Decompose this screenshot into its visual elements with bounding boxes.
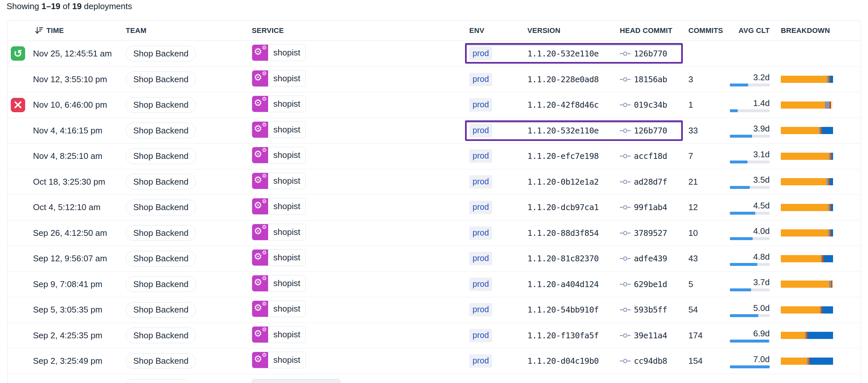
service-pill[interactable]: ⚙⚙ shopist	[252, 96, 306, 112]
service-pill[interactable]: ⚙⚙ shopist	[252, 275, 306, 292]
team-pill[interactable]: Shop Backend	[126, 148, 196, 164]
avg-clt-value: 3.2d	[753, 72, 770, 82]
service-pill[interactable]: ⚙⚙ shopist	[252, 121, 306, 138]
table-row[interactable]: ↺ Nov 25, 12:45:51 am Shop Backend ⚙⚙ sh…	[7, 41, 861, 67]
commit-icon	[620, 128, 630, 134]
column-header-head-commit[interactable]: HEAD COMMIT	[620, 27, 688, 35]
head-commit-sha[interactable]: 019c34b	[634, 100, 667, 110]
service-pill[interactable]: ⚙⚙ shopist	[252, 224, 306, 240]
table-row[interactable]: × Nov 10, 6:46:00 pm Shop Backend ⚙⚙ sho…	[7, 92, 861, 118]
head-commit-sha[interactable]: 18156ab	[634, 75, 667, 84]
head-commit-sha[interactable]: 126b770	[634, 49, 667, 59]
env-tag[interactable]: prod	[469, 201, 492, 214]
env-tag[interactable]: prod	[469, 329, 492, 342]
commit-count: 154	[688, 356, 730, 366]
head-commit-sha[interactable]: 99f1ab4	[634, 203, 667, 212]
column-header-avg-clt[interactable]: AVG CLT	[730, 27, 776, 35]
service-pill[interactable]: ⚙⚙ shopist	[252, 173, 306, 189]
table-header-row: TIME TEAM SERVICE ENV VERSION HEAD COMMI…	[7, 21, 861, 41]
deployment-time: Oct 18, 3:25:30 pm	[33, 177, 126, 187]
table-row[interactable]: Sep 9, 7:08:41 pm Shop Backend ⚙⚙ shopis…	[7, 271, 861, 297]
team-pill[interactable]: Shop Backend	[126, 327, 196, 343]
env-tag[interactable]: prod	[469, 303, 492, 316]
head-commit-sha[interactable]: 39e11a4	[634, 331, 667, 340]
version-label: 1.1.20-f130fa5f	[527, 331, 598, 340]
service-pill[interactable]: ⚙⚙ shopist	[252, 147, 306, 164]
head-commit-sha[interactable]: 126b770	[634, 126, 667, 135]
head-commit-sha[interactable]: ad28d7f	[634, 177, 667, 186]
service-pill[interactable]: ⚙⚙ shopist	[252, 301, 306, 317]
breakdown-bar	[781, 153, 833, 160]
table-row[interactable]: Nov 4, 8:25:10 am Shop Backend ⚙⚙ shopis…	[7, 143, 861, 169]
team-pill[interactable]: Shop Backend	[126, 123, 196, 138]
column-header-team[interactable]: TEAM	[126, 27, 252, 35]
avg-clt-fill	[730, 135, 752, 138]
team-pill[interactable]: Shop Backend	[126, 97, 196, 113]
commit-count: 43	[688, 253, 730, 264]
team-pill[interactable]: Shop Backend	[126, 71, 196, 87]
deployment-time: Sep 9, 7:08:41 pm	[33, 279, 126, 289]
env-tag[interactable]: prod	[469, 227, 492, 240]
deployment-time: Sep 2, 4:25:35 pm	[33, 330, 126, 341]
table-row[interactable]: Oct 4, 5:12:10 am Shop Backend ⚙⚙ shopis…	[7, 195, 861, 220]
team-pill[interactable]: Shop Backend	[126, 353, 196, 369]
breakdown-bar	[781, 204, 833, 211]
team-pill[interactable]: Shop Backend	[126, 46, 196, 61]
service-pill[interactable]: ⚙⚙ shopist	[252, 198, 306, 215]
head-commit-sha[interactable]: 593b5ff	[634, 305, 667, 314]
table-row[interactable]: Oct 18, 3:25:30 pm Shop Backend ⚙⚙ shopi…	[7, 169, 861, 195]
table-row[interactable]: Sep 26, 4:12:50 am Shop Backend ⚙⚙ shopi…	[7, 220, 861, 246]
version-label: 1.1.20-d04c19b0	[527, 356, 598, 366]
column-header-commits[interactable]: COMMITS	[688, 27, 730, 35]
head-commit-sha[interactable]: accf18d	[634, 151, 667, 161]
env-tag[interactable]: prod	[469, 252, 492, 265]
team-pill[interactable]: Shop Backend	[126, 251, 196, 267]
env-tag[interactable]: prod	[469, 73, 492, 86]
team-pill[interactable]: Shop Backend	[126, 200, 196, 215]
env-tag[interactable]: prod	[469, 278, 492, 291]
avg-clt-bar	[730, 161, 770, 164]
version-label: 1.1.20-a404d124	[527, 280, 598, 289]
avg-clt-fill	[730, 161, 747, 164]
table-row[interactable]: Sep 12, 9:56:07 am Shop Backend ⚙⚙ shopi…	[7, 246, 861, 271]
team-pill[interactable]: Shop Backend	[126, 302, 196, 318]
service-pill[interactable]: ⚙⚙ shopist	[252, 352, 306, 368]
table-row[interactable]: Sep 2, 4:25:35 pm Shop Backend ⚙⚙ shopis…	[7, 323, 861, 348]
partial-row[interactable]	[7, 374, 861, 383]
env-tag[interactable]: prod	[469, 47, 492, 60]
avg-clt-fill	[730, 288, 751, 291]
table-row[interactable]: Nov 12, 3:55:10 pm Shop Backend ⚙⚙ shopi…	[7, 67, 861, 92]
avg-clt-fill	[730, 314, 758, 317]
team-pill[interactable]: Shop Backend	[126, 276, 196, 292]
env-tag[interactable]: prod	[469, 98, 492, 112]
env-tag[interactable]: prod	[469, 175, 492, 188]
sort-descending-icon[interactable]	[35, 26, 43, 35]
service-pill[interactable]: ⚙⚙ shopist	[252, 70, 306, 87]
commit-icon	[620, 255, 630, 262]
head-commit-sha[interactable]: adfe439	[634, 254, 667, 263]
env-tag[interactable]: prod	[469, 149, 492, 163]
breakdown-bar	[781, 101, 833, 109]
head-commit-sha[interactable]: cc94db8	[634, 356, 667, 366]
breakdown-segment-orange	[781, 332, 805, 339]
env-tag[interactable]: prod	[469, 124, 492, 137]
env-tag[interactable]: prod	[469, 354, 492, 368]
table-row[interactable]: Sep 5, 3:05:35 pm Shop Backend ⚙⚙ shopis…	[7, 297, 861, 323]
column-header-time[interactable]: TIME	[33, 26, 126, 35]
column-header-breakdown[interactable]: BREAKDOWN	[776, 27, 834, 35]
service-pill[interactable]: ⚙⚙ shopist	[252, 249, 306, 266]
commit-icon	[620, 333, 630, 339]
column-header-service[interactable]: SERVICE	[252, 27, 469, 35]
table-row[interactable]: Sep 2, 3:25:49 pm Shop Backend ⚙⚙ shopis…	[7, 348, 861, 374]
service-pill[interactable]: ⚙⚙ shopist	[252, 44, 306, 61]
head-commit-sha[interactable]: 629be1d	[634, 280, 667, 289]
team-pill[interactable]: Shop Backend	[126, 225, 196, 241]
deployment-time: Nov 25, 12:45:51 am	[33, 48, 126, 59]
column-header-version[interactable]: VERSION	[527, 27, 620, 35]
table-body: ↺ Nov 25, 12:45:51 am Shop Backend ⚙⚙ sh…	[7, 41, 861, 383]
table-row[interactable]: Nov 4, 4:16:15 pm Shop Backend ⚙⚙ shopis…	[7, 118, 861, 144]
column-header-env[interactable]: ENV	[469, 27, 527, 35]
head-commit-sha[interactable]: 3789527	[634, 229, 667, 238]
team-pill[interactable]: Shop Backend	[126, 174, 196, 189]
service-pill[interactable]: ⚙⚙ shopist	[252, 326, 306, 343]
